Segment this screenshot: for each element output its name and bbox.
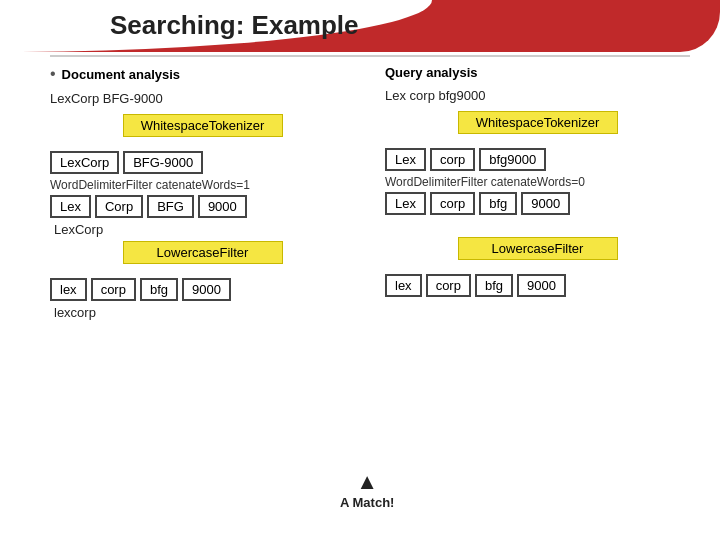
match-arrow-icon: ▲ [340, 469, 394, 495]
left-column: • Document analysis LexCorp BFG-9000 Whi… [50, 65, 355, 320]
left-sub-token2: lexcorp [54, 305, 355, 320]
right-token1-2: bfg9000 [479, 148, 546, 171]
main-content: • Document analysis LexCorp BFG-9000 Whi… [50, 65, 690, 320]
left-input-string: LexCorp BFG-9000 [50, 91, 355, 106]
left-token3-3: 9000 [182, 278, 231, 301]
left-token3-1: corp [91, 278, 136, 301]
right-tokens2-row: Lex corp bfg 9000 [385, 192, 690, 215]
right-tokenizer-label: WhitespaceTokenizer [458, 111, 618, 134]
right-token1-0: Lex [385, 148, 426, 171]
right-token2-1: corp [430, 192, 475, 215]
right-token1-1: corp [430, 148, 475, 171]
left-token1-1: BFG-9000 [123, 151, 203, 174]
right-token3-1: corp [426, 274, 471, 297]
right-section-header: Query analysis [385, 65, 690, 80]
right-token3-3: 9000 [517, 274, 566, 297]
match-area: ▲ A Match! [340, 469, 394, 510]
left-header-label: Document analysis [62, 67, 181, 82]
right-token3-2: bfg [475, 274, 513, 297]
left-lowercase-label: LowercaseFilter [123, 241, 283, 264]
left-word-filter-label: WordDelimiterFilter catenateWords=1 [50, 178, 355, 192]
left-tokenizer-label: WhitespaceTokenizer [123, 114, 283, 137]
left-token2-2: BFG [147, 195, 194, 218]
left-token3-0: lex [50, 278, 87, 301]
left-sub-token: LexCorp [54, 222, 355, 237]
right-word-filter-label: WordDelimiterFilter catenateWords=0 [385, 175, 690, 189]
bullet-icon: • [50, 65, 56, 83]
match-label: A Match! [340, 495, 394, 510]
left-token2-3: 9000 [198, 195, 247, 218]
right-tokenizer-block: WhitespaceTokenizer [385, 111, 690, 142]
left-tokens3-row: lex corp bfg 9000 [50, 278, 355, 301]
right-header-label: Query analysis [385, 65, 478, 80]
right-token2-0: Lex [385, 192, 426, 215]
right-token2-3: 9000 [521, 192, 570, 215]
right-input-string: Lex corp bfg9000 [385, 88, 690, 103]
right-token3-0: lex [385, 274, 422, 297]
right-token2-2: bfg [479, 192, 517, 215]
left-token2-1: Corp [95, 195, 143, 218]
left-token2-0: Lex [50, 195, 91, 218]
columns: • Document analysis LexCorp BFG-9000 Whi… [50, 65, 690, 320]
divider [50, 55, 690, 57]
right-tokens1-row: Lex corp bfg9000 [385, 148, 690, 171]
left-tokens2-row: Lex Corp BFG 9000 [50, 195, 355, 218]
left-section-header: • Document analysis [50, 65, 355, 83]
page-title: Searching: Example [110, 10, 359, 41]
left-token3-2: bfg [140, 278, 178, 301]
right-lowercase-label: LowercaseFilter [458, 237, 618, 260]
right-tokens3-row: lex corp bfg 9000 [385, 274, 690, 297]
right-column: Query analysis Lex corp bfg9000 Whitespa… [385, 65, 690, 320]
left-tokenizer-block: WhitespaceTokenizer [50, 114, 355, 145]
left-tokens1-row: LexCorp BFG-9000 [50, 151, 355, 174]
left-token1-0: LexCorp [50, 151, 119, 174]
